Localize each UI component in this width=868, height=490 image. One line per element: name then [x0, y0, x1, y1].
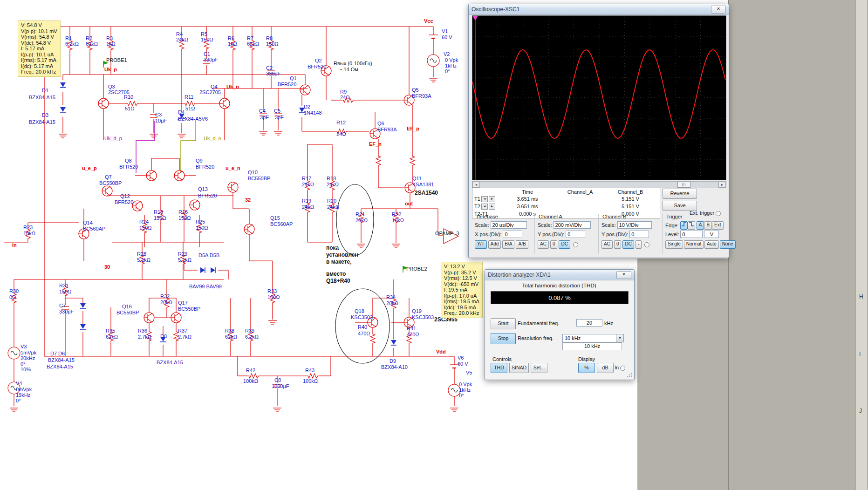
- oscilloscope-titlebar[interactable]: Oscilloscope-XSC1 ✕: [469, 4, 729, 15]
- diode-symbol[interactable]: [211, 267, 215, 273]
- timebase-mode-b-a[interactable]: B/A: [502, 240, 514, 249]
- channel-a-scale-field[interactable]: 200 mV/Div: [554, 221, 591, 229]
- scroll-right-arrow-icon[interactable]: ►: [718, 182, 726, 188]
- timebase-mode-add[interactable]: Add: [488, 240, 501, 249]
- resistor-symbol[interactable]: [306, 374, 320, 378]
- schematic-label: PROBE2: [406, 266, 427, 272]
- ac-source-symbol[interactable]: [8, 347, 20, 359]
- oscilloscope-window[interactable]: Oscilloscope-XSC1 ✕ ◄ ||| ► TimeChannel_…: [468, 4, 729, 258]
- rising-edge-icon[interactable]: [680, 221, 688, 230]
- diode-symbol[interactable]: [200, 267, 205, 273]
- schematic-label: BZX84-A15: [29, 95, 55, 100]
- falling-edge-icon[interactable]: [688, 221, 695, 230]
- readout-channel-b-value: 5.151 V: [605, 195, 656, 203]
- transistor-symbol[interactable]: [244, 224, 254, 234]
- transistor-symbol[interactable]: [98, 98, 109, 109]
- channel-a-mode-dc[interactable]: DC: [559, 240, 570, 249]
- trigger-mode-none[interactable]: None: [720, 240, 736, 249]
- resistor-symbol[interactable]: [376, 155, 381, 167]
- controls-thd[interactable]: THD: [491, 363, 507, 373]
- battery-symbol[interactable]: [429, 32, 438, 43]
- diode-symbol[interactable]: [60, 82, 66, 88]
- scope-scrollbar[interactable]: ◄ ||| ►: [472, 181, 726, 188]
- schematic-label: Q6: [377, 121, 384, 126]
- resolution-freq-list-item[interactable]: 10 kHz: [562, 342, 622, 350]
- diode-symbol[interactable]: [60, 107, 66, 112]
- channel-a-mode-ac[interactable]: AC: [538, 240, 549, 249]
- t1-increment-button[interactable]: ►: [489, 196, 495, 202]
- resistor-symbol[interactable]: [126, 101, 140, 106]
- resistor-symbol[interactable]: [370, 333, 375, 345]
- channel-b-ypos-field[interactable]: 0: [629, 231, 649, 238]
- scroll-thumb[interactable]: |||: [677, 182, 690, 188]
- schematic-label: R38: [225, 328, 234, 333]
- resize-grip[interactable]: [627, 373, 632, 377]
- schematic-label: D2: [304, 104, 310, 109]
- start-button[interactable]: Start: [491, 318, 516, 329]
- schematic-label: в макете,: [326, 259, 352, 265]
- schematic-label: 6.2kΩ: [245, 334, 259, 340]
- timebase-xpos-field[interactable]: 0: [503, 231, 522, 238]
- transistor-symbol[interactable]: [146, 170, 157, 181]
- schematic-label: D8: [160, 333, 167, 339]
- diode-symbol[interactable]: [391, 340, 396, 345]
- dropdown-arrow-icon[interactable]: ▼: [616, 334, 623, 342]
- display-db[interactable]: dB: [597, 363, 614, 373]
- distortion-analyzer-close-button[interactable]: ✕: [616, 271, 631, 279]
- transistor-symbol[interactable]: [219, 98, 230, 109]
- ac-source-symbol[interactable]: [427, 54, 439, 67]
- diode-symbol[interactable]: [80, 303, 86, 308]
- channel-b-mode-dc[interactable]: DC: [622, 240, 634, 249]
- t1-decrement-button[interactable]: ◄: [481, 196, 488, 202]
- transistor-symbol[interactable]: [228, 182, 238, 192]
- display-%[interactable]: %: [578, 363, 595, 373]
- timebase-scale-field[interactable]: 20 us/Div: [491, 221, 527, 229]
- resistor-symbol[interactable]: [183, 101, 197, 106]
- timebase-mode-y-t[interactable]: Y/T: [475, 240, 487, 249]
- stop-button[interactable]: Stop: [491, 333, 516, 344]
- transistor-symbol[interactable]: [190, 200, 200, 210]
- oscilloscope-close-button[interactable]: ✕: [711, 6, 726, 14]
- channel-a-mode-0[interactable]: 0: [550, 240, 558, 249]
- channel-b-mode-ac[interactable]: AC: [601, 240, 613, 249]
- fundamental-freq-field[interactable]: 20: [576, 319, 602, 327]
- schematic-canvas[interactable]: R16.2kΩR262kΩR31kΩR424kΩR5150ΩC1330pFR61…: [0, 0, 487, 490]
- channel-b-mode-0[interactable]: 0: [614, 240, 622, 249]
- transistor-symbol[interactable]: [132, 201, 143, 211]
- transistor-symbol[interactable]: [300, 85, 310, 95]
- trigger-edge-a[interactable]: A: [697, 221, 704, 230]
- trigger-mode-auto[interactable]: Auto: [704, 240, 719, 249]
- controls-set[interactable]: Set...: [531, 363, 547, 373]
- in-connector-label: In: [615, 365, 625, 371]
- transistor-symbol[interactable]: [171, 313, 181, 323]
- distortion-analyzer-window[interactable]: Distortion analyzer-XDA1 ✕ Total harmoni…: [485, 269, 635, 380]
- in-connector-icon[interactable]: [620, 366, 625, 371]
- transistor-symbol[interactable]: [144, 313, 154, 323]
- controls-sinad[interactable]: SINAD: [509, 363, 529, 373]
- transistor-symbol[interactable]: [174, 170, 185, 181]
- trigger-edge-b[interactable]: B: [704, 221, 712, 230]
- channel-b-mode-[interactable]: -: [636, 240, 642, 249]
- save-button[interactable]: Save: [663, 201, 697, 211]
- resistor-symbol[interactable]: [247, 374, 261, 378]
- trigger-mode-single[interactable]: Single: [665, 240, 683, 249]
- channel-connector-icon[interactable]: [573, 242, 578, 247]
- channel-b-scale-field[interactable]: 10 V/Div: [617, 221, 652, 229]
- timebase-mode-a-b[interactable]: A/B: [516, 240, 528, 249]
- trigger-mode-normal[interactable]: Normal: [684, 240, 704, 249]
- t2-increment-button[interactable]: ►: [489, 204, 495, 210]
- resolution-freq-dropdown[interactable]: 10 kHz ▼: [562, 334, 624, 342]
- distortion-analyzer-titlebar[interactable]: Distortion analyzer-XDA1 ✕: [485, 270, 634, 280]
- trigger-level-unit[interactable]: V: [704, 231, 719, 238]
- oscilloscope-title: Oscilloscope-XSC1: [472, 6, 711, 13]
- trigger-edge-ext[interactable]: Ext: [712, 221, 723, 230]
- channel-a-ypos-field[interactable]: 0: [566, 231, 585, 238]
- transistor-symbol[interactable]: [102, 186, 112, 196]
- channel-connector-icon[interactable]: [644, 242, 649, 247]
- scroll-left-arrow-icon[interactable]: ◄: [472, 182, 480, 188]
- diode-symbol[interactable]: [80, 324, 86, 329]
- resistor-symbol[interactable]: [410, 155, 415, 167]
- reverse-button[interactable]: Reverse: [663, 189, 697, 199]
- trigger-level-field[interactable]: 0: [680, 231, 703, 238]
- t2-decrement-button[interactable]: ◄: [481, 204, 488, 210]
